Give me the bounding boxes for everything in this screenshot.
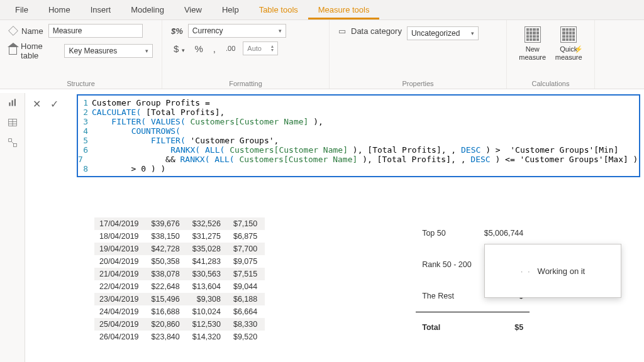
decimals-auto[interactable]: Auto▴▾ <box>243 41 278 55</box>
format-symbol-label: $% <box>171 26 183 36</box>
tab-file[interactable]: File <box>5 0 38 19</box>
table-row[interactable]: 22/04/2019$22,648$13,604$9,044 <box>94 280 265 293</box>
svg-line-9 <box>11 142 13 144</box>
tab-insert[interactable]: Insert <box>80 0 121 19</box>
model-view-icon[interactable] <box>6 137 19 148</box>
name-label: Name <box>9 26 43 36</box>
bolt-icon: ⚡ <box>574 45 583 53</box>
tab-measure-tools[interactable]: Measure tools <box>308 0 380 19</box>
group-structure: Structure <box>9 77 153 87</box>
working-label: Working on it <box>538 266 586 276</box>
table-row[interactable]: Total$5 <box>416 312 530 343</box>
table-row[interactable]: 26/04/2019$23,840$14,320$9,520 <box>94 331 265 343</box>
tab-help[interactable]: Help <box>212 0 249 19</box>
report-view-icon[interactable] <box>6 97 19 108</box>
calculator-icon <box>560 26 577 43</box>
home-icon <box>9 47 17 55</box>
svg-rect-8 <box>13 143 16 146</box>
svg-rect-2 <box>14 99 15 106</box>
spinner-icon: · · <box>521 266 531 276</box>
calculator-icon <box>525 26 541 43</box>
data-category-select[interactable]: Uncategorized▾ <box>407 26 479 40</box>
chevron-down-icon: ▾ <box>279 28 282 34</box>
cancel-formula-btn[interactable]: ✕ <box>30 98 43 110</box>
svg-rect-0 <box>9 102 10 106</box>
category-icon: ▭ <box>338 26 346 36</box>
chevron-down-icon: ▾ <box>145 48 148 54</box>
table-row[interactable]: 18/04/2019$38,150$31,275$6,875 <box>94 230 265 243</box>
home-table-select[interactable]: Key Measures▾ <box>64 44 153 58</box>
tab-table-tools[interactable]: Table tools <box>249 0 308 19</box>
working-popup: · · Working on it <box>484 244 621 298</box>
svg-rect-1 <box>11 101 13 106</box>
data-category-label: Data category <box>351 26 402 36</box>
group-calculations: Calculations <box>516 77 586 87</box>
ribbon-tabs: File Home Insert Modeling View Help Tabl… <box>0 0 644 20</box>
tag-icon <box>8 26 18 36</box>
home-table-label: Home table <box>9 41 59 60</box>
table-row[interactable]: 24/04/2019$16,688$10,024$6,664 <box>94 305 265 318</box>
view-switcher <box>0 93 25 362</box>
tab-view[interactable]: View <box>174 0 212 19</box>
svg-rect-7 <box>8 139 11 142</box>
currency-format-btn[interactable]: $ ▾ <box>171 43 187 54</box>
format-select[interactable]: Currency▾ <box>188 24 286 38</box>
table-row[interactable]: 25/04/2019$20,860$12,530$8,330 <box>94 318 265 331</box>
formula-bar-actions: ✕ ✓ <box>30 98 60 110</box>
data-view-icon[interactable] <box>6 117 19 128</box>
commit-formula-btn[interactable]: ✓ <box>48 98 60 110</box>
table-row[interactable]: 17/04/2019$39,676$32,526$7,150 <box>94 217 265 230</box>
tab-home[interactable]: Home <box>38 0 80 19</box>
percent-format-btn[interactable]: % <box>192 43 206 54</box>
new-measure-btn[interactable]: New measure <box>516 24 550 62</box>
comma-format-btn[interactable]: , <box>211 43 218 54</box>
measure-name-input[interactable]: Measure <box>48 24 143 38</box>
dax-editor[interactable]: 1Customer Group Profits =2CALCULATE( [To… <box>77 94 640 177</box>
date-profits-table: 17/04/2019$39,676$32,526$7,15018/04/2019… <box>94 217 265 343</box>
table-row[interactable]: 21/04/2019$38,078$30,563$7,515 <box>94 268 265 280</box>
chevron-down-icon: ▾ <box>471 30 474 36</box>
table-row[interactable]: 20/04/2019$50,358$41,283$9,075 <box>94 255 265 268</box>
table-row[interactable]: 19/04/2019$42,728$35,028$7,700 <box>94 243 265 255</box>
table-row[interactable]: 23/04/2019$15,496$9,308$6,188 <box>94 293 265 305</box>
quick-measure-btn[interactable]: ⚡ Quick measure <box>552 24 586 62</box>
tab-modeling[interactable]: Modeling <box>121 0 174 19</box>
group-properties: Properties <box>338 77 497 87</box>
decimals-format-btn[interactable]: .00 <box>223 45 238 52</box>
ribbon: Name Measure Home table Key Measures▾ St… <box>0 20 644 89</box>
group-formatting: Formatting <box>171 77 320 87</box>
